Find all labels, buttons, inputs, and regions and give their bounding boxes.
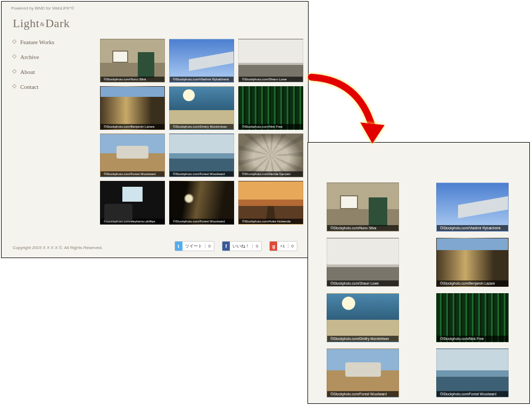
thumb-credit: ©iStockphoto.com/Dmitry Mordvintsev: [170, 124, 234, 129]
twitter-button[interactable]: t ツイート 0: [174, 241, 214, 251]
gallery-thumb[interactable]: ©iStockphoto.com/Hedda Gjerpen: [238, 134, 303, 177]
gallery-thumb[interactable]: ©iStockphoto.com/Shaun Lowe: [238, 39, 303, 82]
thumb-credit: ©iStockphoto.com/Dmitry Mordvintsev: [327, 336, 398, 342]
gallery-thumb[interactable]: ©iStockphoto.com/Vladimir Rybalchenk: [436, 183, 509, 231]
twitter-count: 0: [205, 244, 214, 248]
nav-archive[interactable]: Archive: [13, 54, 54, 60]
diamond-icon: [12, 69, 16, 73]
responsive-layout-panel: ©iStockphoto.com/Nuno Silva©iStockphoto.…: [307, 142, 530, 404]
gallery-thumb[interactable]: ©iStockphoto.com/Forest Woodward: [327, 349, 399, 397]
diamond-icon: [12, 84, 16, 88]
logo-ampersand: &: [39, 21, 45, 27]
thumbnail-grid-responsive: ©iStockphoto.com/Nuno Silva©iStockphoto.…: [327, 183, 509, 404]
gallery-thumb[interactable]: ©iStockphoto.com/elephanto phillips: [100, 181, 165, 225]
gplus-icon: g: [270, 242, 277, 251]
thumb-credit: ©iStockphoto.com/Nuno Silva: [327, 225, 398, 231]
nav-label: Contact: [20, 84, 38, 90]
diamond-icon: [12, 39, 16, 44]
facebook-count: 0: [252, 244, 261, 248]
gplus-count: 0: [288, 244, 297, 248]
thumb-credit: ©iStockphoto.com/Forest Woodward: [437, 391, 508, 397]
gallery-thumb[interactable]: ©iStockphoto.com/Auke Holwerda: [238, 181, 303, 225]
twitter-label: ツイート: [182, 243, 205, 249]
gallery-thumb[interactable]: ©iStockphoto.com/Benjamin Lazare: [100, 86, 165, 130]
gplus-button[interactable]: g +1 0: [269, 241, 297, 251]
footer: Copyright 2015 X X X X ©. All Rights Res…: [2, 238, 308, 258]
copyright-text: Copyright 2015 X X X X ©. All Rights Res…: [13, 245, 103, 250]
logo-light: Light: [13, 16, 39, 30]
gallery-thumb[interactable]: ©iStockphoto.com/Nuno Silva: [327, 183, 399, 231]
nav-label: Feature Works: [20, 39, 54, 45]
thumb-credit: ©iStockphoto.com/Vladimir Rybalchenk: [437, 225, 508, 231]
thumb-credit: ©iStockphoto.com/Benjamin Lazare: [437, 280, 508, 286]
gallery-thumb[interactable]: ©iStockphoto.com/Shaun Lowe: [327, 238, 399, 287]
gallery-thumb[interactable]: ©iStockphoto.com/Benjamin Lazare: [436, 238, 509, 287]
svg-marker-0: [360, 122, 385, 144]
thumb-credit: ©iStockphoto.com/elephanto phillips: [101, 219, 164, 224]
gallery-thumb[interactable]: ©iStockphoto.com/Forest Woodward: [169, 134, 234, 177]
thumb-credit: ©iStockphoto.com/Forest Woodward: [170, 219, 234, 224]
facebook-icon: f: [222, 242, 230, 251]
thumbnail-grid-desktop: ©iStockphoto.com/Nuno Silva©iStockphoto.…: [100, 39, 303, 225]
thumb-credit: ©iStockphoto.com/Forest Woodward: [170, 171, 234, 177]
site-logo[interactable]: Light&Dark: [13, 16, 70, 30]
responsive-arrow-icon: [301, 69, 391, 154]
gallery-thumb[interactable]: ©iStockphoto.com/Dmitry Mordvintsev: [327, 293, 399, 342]
thumb-credit: ©iStockphoto.com/Benjamin Lazare: [101, 124, 164, 129]
facebook-button[interactable]: f いいね！ 0: [222, 241, 262, 251]
thumb-credit: ©iStockphoto.com/Auke Holwerda: [239, 219, 303, 224]
gallery-thumb[interactable]: ©iStockphoto.com/Nick Free: [436, 293, 509, 342]
gallery-thumb[interactable]: ©iStockphoto.com/Forest Woodward: [169, 181, 234, 225]
gallery-thumb[interactable]: ©iStockphoto.com/Nick Free: [238, 86, 303, 130]
thumb-credit: ©iStockphoto.com/Forest Woodward: [327, 391, 398, 397]
nav-label: About: [20, 69, 35, 75]
gallery-thumb[interactable]: ©iStockphoto.com/Forest Woodward: [436, 349, 509, 397]
gallery-thumb[interactable]: ©iStockphoto.com/Forest Woodward: [100, 134, 165, 177]
thumb-credit: ©iStockphoto.com/Shaun Lowe: [239, 77, 303, 82]
nav-about[interactable]: About: [13, 69, 54, 75]
thumb-credit: ©iStockphoto.com/Nick Free: [239, 124, 303, 129]
facebook-label: いいね！: [230, 243, 252, 249]
thumb-credit: ©iStockphoto.com/Vladimir Rybalchenk: [170, 77, 234, 82]
thumb-credit: ©iStockphoto.com/Nick Free: [437, 336, 508, 342]
powered-by-text: Powered by BiND for WebLiFE*©: [11, 6, 74, 11]
desktop-layout-panel: Powered by BiND for WebLiFE*© Light&Dark…: [1, 1, 309, 258]
twitter-icon: t: [175, 242, 182, 251]
sidebar-nav: Feature Works Archive About Contact: [13, 39, 54, 98]
nav-feature-works[interactable]: Feature Works: [13, 39, 54, 45]
thumb-credit: ©iStockphoto.com/Shaun Lowe: [327, 280, 398, 286]
logo-dark: Dark: [45, 16, 70, 30]
gallery-thumb[interactable]: ©iStockphoto.com/Dmitry Mordvintsev: [169, 86, 234, 130]
gallery-thumb[interactable]: ©iStockphoto.com/Vladimir Rybalchenk: [169, 39, 234, 82]
diamond-icon: [12, 54, 16, 59]
thumb-credit: ©iStockphoto.com/Nuno Silva: [101, 77, 164, 82]
gallery-thumb[interactable]: ©iStockphoto.com/Nuno Silva: [100, 39, 165, 82]
nav-label: Archive: [20, 54, 39, 60]
thumb-credit: ©iStockphoto.com/Forest Woodward: [101, 171, 164, 177]
social-buttons: t ツイート 0 f いいね！ 0 g +1 0: [174, 241, 297, 251]
nav-contact[interactable]: Contact: [13, 84, 54, 90]
gplus-label: +1: [277, 244, 287, 248]
thumb-credit: ©iStockphoto.com/Hedda Gjerpen: [239, 171, 303, 177]
